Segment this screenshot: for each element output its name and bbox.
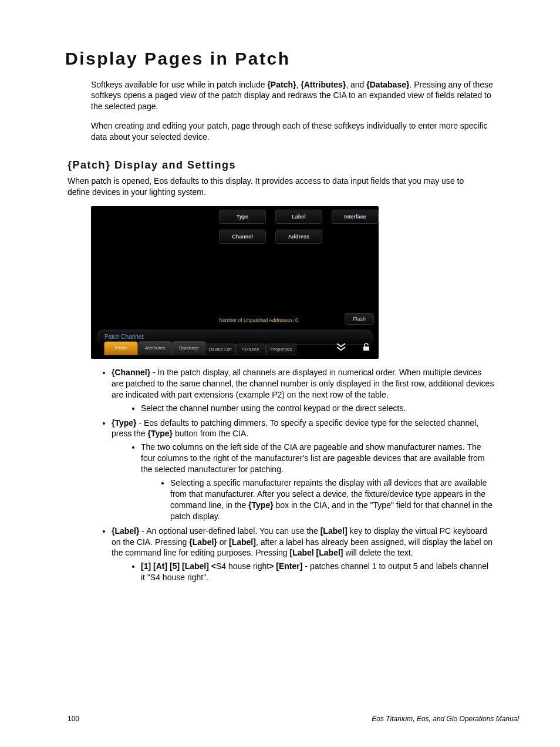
tab-fixtures[interactable]: Fixtures — [235, 344, 266, 355]
list-item-channel: {Channel} - In the patch display, all ch… — [112, 367, 494, 414]
list-item: Select the channel number using the cont… — [141, 403, 493, 414]
patch-cia-screenshot: Type Label Interface Channel Address Num… — [91, 206, 379, 359]
intro-paragraph-1: Softkeys available for use while in patc… — [91, 79, 496, 113]
tab-properties[interactable]: Properties — [266, 344, 296, 355]
list-item-label: {Label} - An optional user-defined label… — [112, 526, 494, 583]
type-button[interactable]: Type — [219, 210, 266, 224]
flash-button[interactable]: Flash — [345, 313, 374, 325]
cia-icons — [336, 343, 370, 354]
cia-row-1: Type Label Interface — [219, 210, 379, 224]
svg-rect-0 — [363, 346, 369, 351]
hardkey: [Label [Label] — [290, 548, 343, 557]
tab-attributes[interactable]: Attributes — [138, 341, 172, 355]
softkey-patch: {Patch} — [267, 80, 296, 89]
text: - An optional user-defined label. You ca… — [139, 526, 320, 536]
tab-patch[interactable]: Patch — [104, 341, 138, 355]
keystroke-sequence: > [Enter] — [269, 561, 302, 571]
hardkey: [Label] — [229, 537, 256, 547]
text: Softkeys available for use while in patc… — [91, 80, 267, 89]
interface-button[interactable]: Interface — [332, 210, 379, 224]
field-label: {Channel} — [112, 368, 150, 377]
address-button[interactable]: Address — [275, 230, 322, 244]
text: or — [217, 537, 229, 547]
label-button[interactable]: Label — [275, 210, 322, 224]
tab-device-list[interactable]: Device List — [205, 344, 235, 355]
lock-icon[interactable] — [362, 343, 370, 354]
text: - In the patch display, all channels are… — [112, 368, 494, 399]
user-text: S4 house right — [216, 561, 269, 571]
list-item-example: [1] [At] [5] [Label] <S4 house right> [E… — [141, 561, 493, 583]
text: The two columns on the left side of the … — [141, 442, 485, 474]
tab-database[interactable]: Database — [172, 341, 206, 355]
intro-paragraph-2: When creating and editing your patch, pa… — [91, 120, 496, 143]
section-intro: When patch is opened, Eos defaults to th… — [68, 176, 473, 198]
list-item-type: {Type} - Eos defaults to patching dimmer… — [112, 418, 494, 522]
command-line-text: Patch Channel: — [104, 333, 144, 341]
field-label: {Type} — [112, 418, 137, 428]
page: Display Pages in Patch Softkeys availabl… — [0, 0, 560, 747]
softkey-tabs-right: Device List Fixtures Properties — [205, 344, 296, 355]
field-list: {Channel} - In the patch display, all ch… — [100, 367, 519, 583]
chevron-down-icon[interactable] — [336, 343, 346, 354]
list-item: The two columns on the left side of the … — [141, 442, 493, 521]
softkey-tabs-left: Patch Attributes Database — [104, 341, 206, 355]
manual-title: Eos Titanium, Eos, and Gio Operations Ma… — [372, 714, 519, 724]
page-footer: 100 Eos Titanium, Eos, and Gio Operation… — [68, 714, 519, 724]
unpatched-status: Number of Unpatched Addresses: 0 — [219, 317, 298, 324]
cia-row-2: Channel Address — [219, 230, 322, 244]
text: will delete the text. — [343, 548, 413, 557]
hardkey: [Label] — [321, 526, 348, 536]
softkey: {Type} — [147, 429, 173, 438]
field-label: {Label} — [112, 526, 139, 536]
text: , and — [346, 80, 366, 89]
list-item: Selecting a specific manufacturer repain… — [170, 477, 493, 522]
keystroke-sequence: [1] [At] [5] [Label] < — [141, 561, 216, 571]
softkey-database: {Database} — [366, 80, 409, 89]
page-heading: Display Pages in Patch — [65, 47, 519, 71]
softkey-attributes: {Attributes} — [301, 80, 346, 89]
text: button from the CIA. — [173, 429, 248, 438]
page-number: 100 — [68, 714, 79, 724]
softkey: {Label} — [189, 537, 217, 547]
softkey: {Type} — [248, 500, 274, 510]
channel-button[interactable]: Channel — [219, 230, 266, 244]
section-heading-patch-display: {Patch} Display and Settings — [68, 158, 519, 172]
